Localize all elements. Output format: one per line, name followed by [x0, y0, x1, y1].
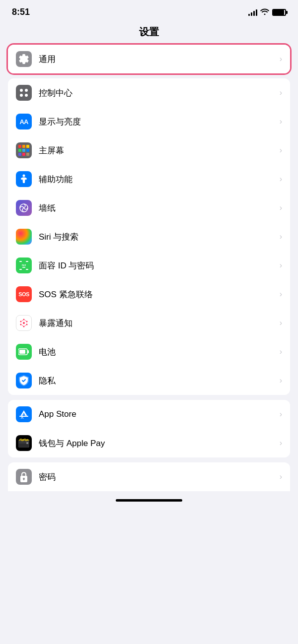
- home-indicator: [116, 499, 182, 502]
- display-icon: AA: [16, 114, 32, 129]
- control-center-label: 控制中心: [39, 87, 276, 99]
- svg-rect-6: [19, 261, 22, 262]
- svg-point-3: [25, 94, 28, 97]
- settings-item-wallpaper[interactable]: 墙纸 ›: [8, 193, 290, 222]
- privacy-label: 隐私: [39, 375, 276, 386]
- exposure-label: 暴露通知: [39, 318, 276, 329]
- password-icon: [16, 469, 32, 485]
- section-general: 通用 ›: [8, 45, 290, 73]
- wallet-label: 钱包与 Apple Pay: [39, 438, 276, 449]
- accessibility-chevron: ›: [280, 175, 282, 184]
- sos-icon: SOS: [16, 286, 32, 302]
- section-apps: A App Store › 钱包与 Apple Pay ›: [8, 400, 290, 457]
- section-main: 控制中心 › AA 显示与亮度 › 主屏幕 ›: [8, 78, 290, 395]
- status-bar: 8:51: [0, 0, 298, 21]
- settings-item-appstore[interactable]: A App Store ›: [8, 400, 290, 429]
- settings-item-accessibility[interactable]: 辅助功能 ›: [8, 165, 290, 193]
- svg-rect-22: [28, 350, 29, 353]
- faceid-label: 面容 ID 与密码: [39, 260, 276, 271]
- battery-label: 电池: [39, 346, 276, 358]
- svg-rect-23: [19, 350, 25, 354]
- display-chevron: ›: [280, 117, 282, 126]
- svg-point-0: [20, 89, 23, 92]
- exposure-chevron: ›: [280, 319, 282, 327]
- section-password: 密码 ›: [8, 462, 290, 491]
- svg-point-1: [25, 89, 28, 92]
- siri-chevron: ›: [280, 232, 282, 241]
- settings-item-control-center[interactable]: 控制中心 ›: [8, 78, 290, 107]
- svg-point-2: [20, 94, 23, 97]
- svg-point-4: [23, 175, 25, 177]
- settings-item-display[interactable]: AA 显示与亮度 ›: [8, 107, 290, 136]
- svg-point-19: [22, 325, 23, 326]
- home-screen-icon: [16, 142, 32, 158]
- faceid-icon: [16, 258, 32, 273]
- settings-item-battery[interactable]: 电池 ›: [8, 337, 290, 366]
- appstore-icon: A: [16, 406, 32, 422]
- battery-setting-icon: [16, 344, 32, 360]
- svg-point-14: [26, 324, 28, 325]
- wifi-icon: [260, 8, 269, 16]
- signal-icon: [248, 9, 257, 16]
- svg-point-17: [22, 320, 23, 321]
- settings-item-exposure[interactable]: 暴露通知 ›: [8, 309, 290, 337]
- settings-item-sos[interactable]: SOS SOS 紧急联络 ›: [8, 280, 290, 309]
- sos-label: SOS 紧急联络: [39, 289, 276, 300]
- svg-rect-8: [19, 269, 22, 270]
- wallet-chevron: ›: [280, 439, 282, 448]
- settings-item-wallet[interactable]: 钱包与 Apple Pay ›: [8, 429, 290, 457]
- svg-point-10: [23, 322, 25, 324]
- wallpaper-chevron: ›: [280, 203, 282, 212]
- svg-rect-7: [26, 261, 28, 262]
- display-label: 显示与亮度: [39, 116, 276, 128]
- accessibility-icon: [16, 171, 32, 187]
- password-chevron: ›: [280, 472, 282, 481]
- wallpaper-label: 墙纸: [39, 202, 276, 214]
- faceid-chevron: ›: [280, 261, 282, 270]
- general-label: 通用: [39, 54, 276, 65]
- svg-rect-31: [23, 479, 24, 480]
- wallet-icon: [16, 435, 32, 451]
- siri-label: Siri 与搜索: [39, 231, 276, 243]
- settings-item-home-screen[interactable]: 主屏幕 ›: [8, 136, 290, 165]
- gear-icon: [16, 51, 32, 67]
- wallpaper-icon: [16, 200, 32, 216]
- general-chevron: ›: [280, 55, 282, 64]
- exposure-icon: [16, 315, 32, 331]
- svg-point-20: [25, 325, 26, 326]
- svg-point-12: [26, 321, 28, 322]
- svg-point-15: [23, 319, 25, 321]
- privacy-chevron: ›: [280, 376, 282, 385]
- accessibility-label: 辅助功能: [39, 174, 276, 185]
- svg-point-18: [25, 320, 26, 321]
- svg-point-11: [20, 321, 22, 322]
- battery-chevron: ›: [280, 347, 282, 356]
- siri-icon: [16, 229, 32, 245]
- svg-rect-28: [26, 442, 28, 444]
- status-time: 8:51: [12, 7, 30, 17]
- battery-icon: [272, 9, 286, 16]
- svg-point-13: [20, 324, 22, 325]
- appstore-label: App Store: [39, 409, 276, 419]
- settings-item-password[interactable]: 密码 ›: [8, 462, 290, 491]
- control-center-icon: [16, 85, 32, 101]
- settings-item-general[interactable]: 通用 ›: [8, 45, 290, 73]
- status-icons: [248, 8, 286, 16]
- settings-item-faceid[interactable]: 面容 ID 与密码 ›: [8, 251, 290, 280]
- svg-text:A: A: [21, 415, 24, 420]
- svg-rect-9: [26, 269, 28, 270]
- appstore-chevron: ›: [280, 410, 282, 419]
- home-screen-chevron: ›: [280, 146, 282, 155]
- page-title: 设置: [0, 21, 298, 45]
- sos-chevron: ›: [280, 290, 282, 299]
- settings-item-siri[interactable]: Siri 与搜索 ›: [8, 222, 290, 251]
- control-center-chevron: ›: [280, 88, 282, 97]
- privacy-icon: [16, 373, 32, 388]
- password-label: 密码: [39, 471, 276, 483]
- svg-point-16: [23, 326, 25, 327]
- settings-item-privacy[interactable]: 隐私 ›: [8, 366, 290, 395]
- home-screen-label: 主屏幕: [39, 145, 276, 156]
